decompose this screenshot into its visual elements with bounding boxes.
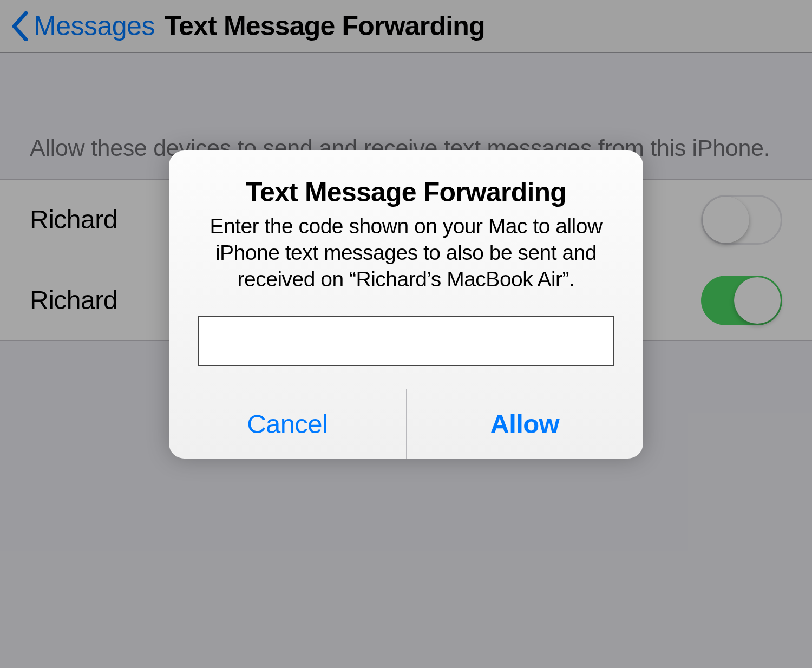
code-input[interactable] (198, 316, 614, 366)
modal-message: Enter the code shown on your Mac to allo… (191, 213, 621, 292)
allow-button[interactable]: Allow (406, 389, 644, 459)
cancel-button[interactable]: Cancel (169, 389, 406, 459)
forwarding-code-modal: Text Message Forwarding Enter the code s… (169, 150, 643, 459)
modal-body: Text Message Forwarding Enter the code s… (169, 150, 643, 389)
modal-title: Text Message Forwarding (191, 176, 621, 208)
modal-buttons: Cancel Allow (169, 389, 643, 459)
